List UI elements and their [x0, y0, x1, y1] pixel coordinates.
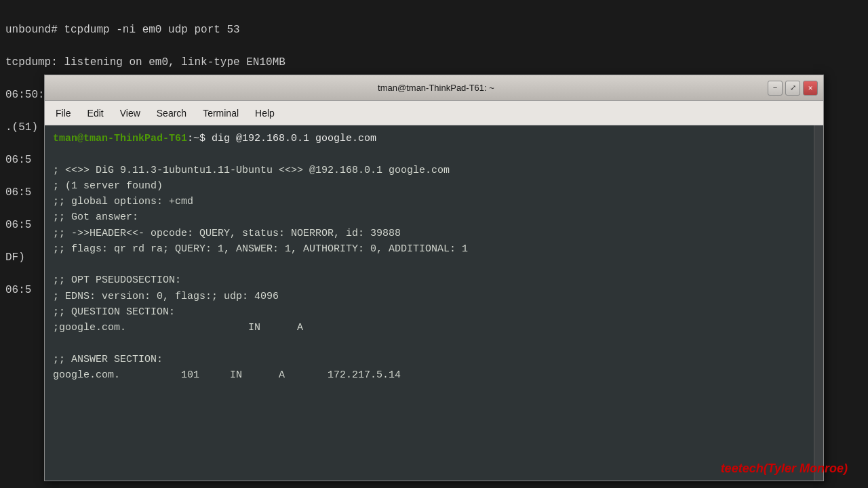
output-line-5: ;; ->>HEADER<<- opcode: QUERY, status: N…: [53, 228, 401, 239]
output-line-13: ;; ANSWER SECTION:: [53, 354, 163, 365]
bg-line-6: 06:5: [5, 186, 31, 199]
prompt-path: :~$: [187, 133, 205, 144]
output-line-4: ;; Got answer:: [53, 211, 138, 223]
menu-search[interactable]: Search: [149, 105, 195, 121]
bg-line-9: 06:5: [5, 284, 31, 296]
output-line-10: ;; QUESTION SECTION:: [53, 306, 175, 318]
terminal-wrapper: tman@tman-ThinkPad-T61:~$ dig @192.168.0…: [45, 125, 823, 481]
output-line-6: ;; flags: qr rd ra; QUERY: 1, ANSWER: 1,…: [53, 243, 468, 255]
menu-bar: File Edit View Search Terminal Help: [45, 101, 823, 125]
terminal-window: tman@tman-ThinkPad-T61: ~ − ⤢ ✕ File Edi…: [44, 75, 824, 481]
bg-line-8: DF): [5, 251, 25, 264]
window-controls: − ⤢ ✕: [768, 81, 818, 96]
menu-help[interactable]: Help: [247, 105, 283, 121]
output-line-2: ; (1 server found): [53, 180, 163, 192]
menu-edit[interactable]: Edit: [79, 105, 112, 121]
minimize-button[interactable]: −: [768, 81, 783, 96]
maximize-button[interactable]: ⤢: [785, 81, 800, 96]
output-line-1: ; <<>> DiG 9.11.3-1ubuntu1.11-Ubuntu <<>…: [53, 165, 450, 176]
terminal-content[interactable]: tman@tman-ThinkPad-T61:~$ dig @192.168.0…: [45, 125, 823, 481]
scrollbar[interactable]: [814, 125, 823, 481]
bg-line-1: unbound# tcpdump -ni em0 udp port 53: [5, 24, 240, 36]
output-line-9: ; EDNS: version: 0, flags:; udp: 4096: [53, 291, 279, 302]
menu-file[interactable]: File: [47, 105, 79, 121]
title-bar: tman@tman-ThinkPad-T61: ~ − ⤢ ✕: [45, 75, 823, 101]
menu-view[interactable]: View: [112, 105, 149, 121]
close-button[interactable]: ✕: [803, 81, 818, 96]
menu-terminal[interactable]: Terminal: [195, 105, 247, 121]
bg-line-4: .(51): [5, 121, 38, 134]
output-line-3: ;; global options: +cmd: [53, 196, 193, 207]
prompt-user: tman@tman-ThinkPad-T61: [53, 133, 187, 144]
output-line-11: ;google.com. IN A: [53, 322, 303, 333]
output-line-14: google.com. 101 IN A 172.217.5.14: [53, 369, 401, 381]
output-line-8: ;; OPT PSEUDOSECTION:: [53, 274, 181, 286]
window-title: tman@tman-ThinkPad-T61: ~: [104, 83, 768, 93]
bg-line-2: tcpdump: listening on em0, link-type EN1…: [5, 56, 285, 68]
command-text: dig @192.168.0.1 google.com: [205, 133, 376, 144]
watermark: teetech(Tyler Monroe): [721, 462, 848, 476]
